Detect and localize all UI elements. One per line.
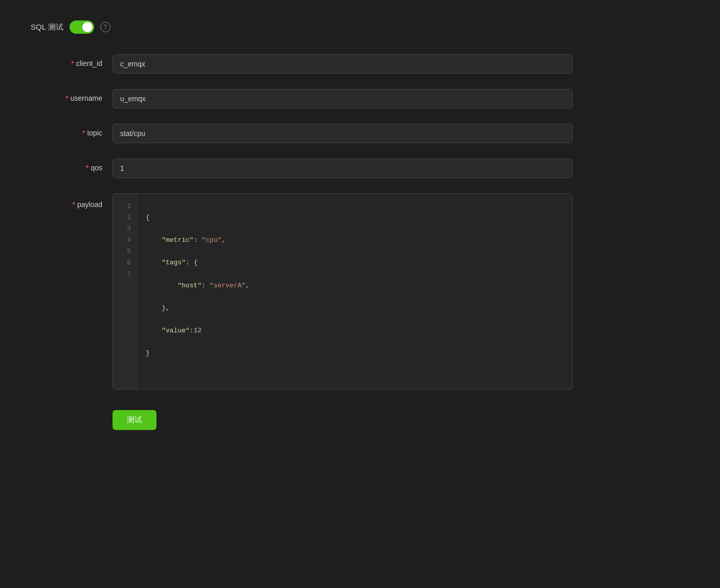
username-input[interactable] [112, 89, 573, 108]
topic-input[interactable] [112, 124, 573, 143]
payload-code[interactable]: { "metric": "cpu", "tags": { "host": "se… [138, 194, 572, 389]
sql-test-label: SQL 测试 [31, 22, 63, 32]
required-star: * [86, 164, 88, 172]
toggle-slider [70, 20, 94, 34]
test-button[interactable]: 测试 [112, 410, 156, 430]
qos-input[interactable] [112, 159, 573, 178]
required-star: * [71, 59, 74, 67]
topic-label: *topic [31, 124, 112, 137]
required-star: * [82, 129, 85, 137]
client-id-input[interactable] [112, 54, 573, 74]
payload-row: *payload 1 2 3 4 5 6 7 { "metric": "cpu"… [31, 193, 689, 390]
line-numbers: 1 2 3 4 5 6 7 [113, 194, 138, 389]
qos-row: *qos [31, 159, 689, 178]
qos-label: *qos [31, 159, 112, 172]
sql-test-toggle[interactable] [70, 20, 94, 34]
required-star: * [65, 94, 68, 102]
payload-editor[interactable]: 1 2 3 4 5 6 7 { "metric": "cpu", "tags":… [112, 193, 573, 390]
header-row: SQL 测试 ? [31, 20, 689, 34]
help-icon[interactable]: ? [100, 22, 110, 32]
client-id-row: *client_id [31, 54, 689, 74]
payload-label: *payload [31, 193, 112, 209]
topic-row: *topic [31, 124, 689, 143]
username-label: *username [31, 89, 112, 102]
required-star: * [73, 200, 75, 209]
username-row: *username [31, 89, 689, 108]
client-id-label: *client_id [31, 54, 112, 67]
